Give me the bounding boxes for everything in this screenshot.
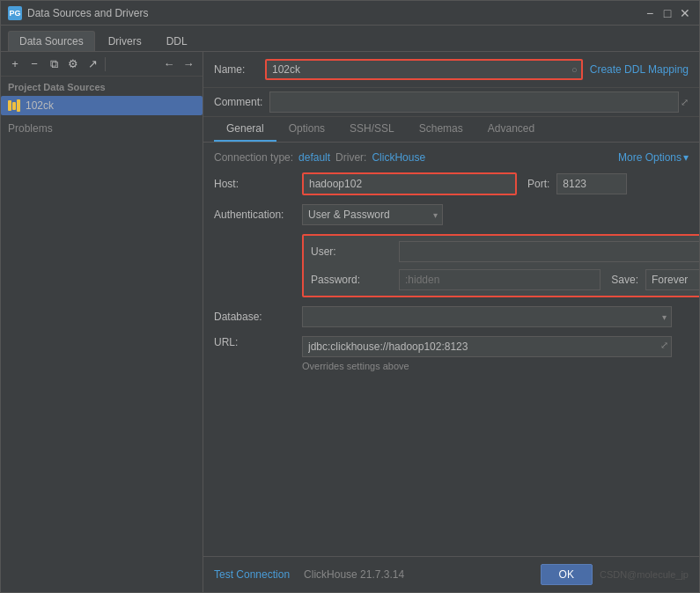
ok-button[interactable]: OK [541,564,593,585]
section-label: Project Data Sources [1,77,203,96]
database-label: Database: [214,311,302,323]
url-row: URL: ⤢ [214,336,689,357]
url-input[interactable] [302,336,672,357]
tab-schemas[interactable]: Schemas [407,117,475,142]
more-options-chevron-icon: ▾ [683,151,689,164]
tab-drivers[interactable]: Drivers [97,31,153,51]
sidebar-toolbar: + − ⧉ ⚙ ↗ ← → [1,52,203,77]
tab-data-sources[interactable]: Data Sources [8,31,95,51]
auth-select[interactable]: User & Password No auth pgpass Username [302,204,443,225]
url-expand-icon[interactable]: ⤢ [660,340,668,351]
comment-expand-icon[interactable]: ⤢ [681,97,689,108]
credentials-box: User: Password: Save: Forever Until [302,234,699,297]
toolbar-separator [105,57,106,71]
name-input-wrapper: ○ [265,59,583,80]
window-controls: − □ ✕ [643,6,692,20]
auth-label: Authentication: [214,209,302,221]
host-input[interactable] [304,174,515,194]
save-select-wrapper: Forever Until restart Never ▾ [645,269,699,290]
auth-select-wrapper: User & Password No auth pgpass Username … [302,204,443,225]
export-button[interactable]: ↗ [84,55,101,73]
user-input[interactable] [399,241,699,262]
sidebar: + − ⧉ ⚙ ↗ ← → Project Data Sources 102ck [1,52,203,592]
comment-row: Comment: ⤢ [203,88,699,117]
credentials-group: User: Password: Save: Forever Until [302,234,699,297]
password-input[interactable] [399,269,601,290]
remove-button[interactable]: − [26,55,43,73]
app-icon: PG [8,6,22,20]
inner-tabs: General Options SSH/SSL Schemas Advanced [203,117,699,143]
name-row: Name: ○ Create DDL Mapping [203,52,699,88]
url-input-wrapper: ⤢ [302,336,672,357]
window-title: Data Sources and Drivers [27,7,643,19]
host-label: Host: [214,178,302,190]
tab-options[interactable]: Options [276,117,337,142]
database-row: Database: ▾ [214,306,689,327]
create-ddl-link[interactable]: Create DDL Mapping [590,63,689,76]
name-input[interactable] [267,61,581,78]
version-text: ClickHouse 21.7.3.14 [304,568,404,581]
minimize-button[interactable]: − [643,6,657,20]
password-row: Password: Save: Forever Until restart Ne… [311,269,699,290]
user-label: User: [311,245,399,258]
problems-item[interactable]: Problems [1,115,203,142]
save-label: Save: [611,274,638,286]
tab-advanced[interactable]: Advanced [475,117,547,142]
database-select-wrapper: ▾ [302,306,672,327]
maximize-button[interactable]: □ [660,6,674,20]
sidebar-item-102ck[interactable]: 102ck [1,96,203,115]
main-content: + − ⧉ ⚙ ↗ ← → Project Data Sources 102ck [1,52,699,592]
port-label: Port: [527,178,549,190]
form-content: Connection type: default Driver: ClickHo… [203,143,699,556]
driver-value[interactable]: ClickHouse [372,151,425,164]
bottom-bar: Test Connection ClickHouse 21.7.3.14 OK … [203,556,699,592]
copy-button[interactable]: ⧉ [45,55,63,73]
url-label: URL: [214,336,302,348]
more-options-link[interactable]: More Options ▾ [618,151,689,164]
password-label: Password: [311,274,399,286]
save-select[interactable]: Forever Until restart Never [645,269,699,290]
auth-row: Authentication: User & Password No auth … [214,204,689,225]
top-tab-bar: Data Sources Drivers DDL [1,26,699,52]
close-button[interactable]: ✕ [678,6,692,20]
main-window: PG Data Sources and Drivers − □ ✕ Data S… [0,0,700,593]
bottom-buttons: OK CSDN@molecule_jp [541,564,689,585]
add-button[interactable]: + [6,55,24,73]
connection-type-value[interactable]: default [298,151,330,164]
back-button[interactable]: ← [160,55,178,73]
connection-type-label: Connection type: [214,151,293,164]
connection-type-row: Connection type: default Driver: ClickHo… [214,151,689,164]
name-clear-icon[interactable]: ○ [571,64,578,75]
connection-type-left: Connection type: default Driver: ClickHo… [214,151,425,164]
right-panel: Name: ○ Create DDL Mapping Comment: ⤢ Ge… [203,52,699,592]
comment-input-wrapper: ⤢ [269,92,689,113]
database-select[interactable] [302,306,672,327]
watermark-text: CSDN@molecule_jp [600,569,689,580]
title-bar: PG Data Sources and Drivers − □ ✕ [1,1,699,26]
tab-ssh-ssl[interactable]: SSH/SSL [337,117,407,142]
tab-general[interactable]: General [214,117,276,142]
driver-label: Driver: [335,151,366,164]
host-row: Host: Port: [214,172,689,195]
tab-ddl[interactable]: DDL [155,31,199,51]
user-row: User: [311,241,699,262]
port-input[interactable] [556,173,627,194]
settings-button[interactable]: ⚙ [64,55,82,73]
sidebar-item-label: 102ck [26,99,54,112]
nav-arrows: ← → [160,55,197,73]
host-input-wrapper [302,172,517,195]
overrides-text: Overrides settings above [302,361,689,371]
test-connection-link[interactable]: Test Connection [214,568,290,581]
db-icon [8,99,20,112]
comment-input[interactable] [269,92,679,113]
forward-button[interactable]: → [180,55,197,73]
name-label: Name: [214,63,258,76]
comment-label: Comment: [214,96,262,108]
